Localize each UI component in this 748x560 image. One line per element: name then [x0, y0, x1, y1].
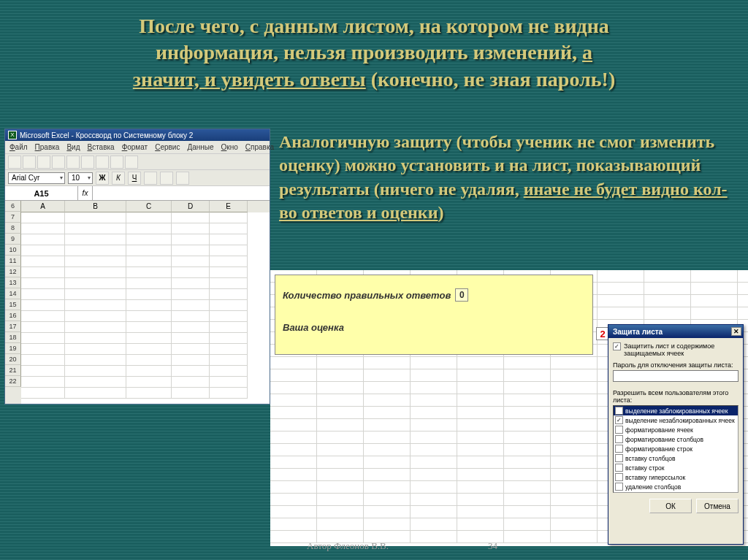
permission-item[interactable]: вставку строк [614, 463, 738, 472]
cell[interactable] [126, 267, 172, 278]
cell[interactable] [126, 278, 172, 289]
underline-btn[interactable]: Ч [128, 172, 141, 185]
tb-paste[interactable] [96, 156, 109, 169]
row-header[interactable]: 10 [5, 245, 21, 256]
cell[interactable] [21, 256, 65, 267]
cancel-button[interactable]: Отмена [696, 499, 739, 513]
cell[interactable] [172, 322, 210, 333]
col-header[interactable]: A [21, 201, 65, 212]
permission-checkbox[interactable] [615, 464, 623, 472]
cell[interactable] [126, 223, 172, 234]
permission-item[interactable]: форматирование строк [614, 444, 738, 453]
cell[interactable] [65, 267, 126, 278]
cell[interactable] [21, 322, 65, 333]
cell[interactable] [65, 366, 126, 377]
row-header[interactable]: 21 [5, 365, 21, 376]
align-left-btn[interactable] [144, 172, 157, 185]
menu-window[interactable]: Окно [221, 143, 238, 151]
permission-checkbox[interactable] [615, 454, 623, 462]
cell[interactable] [126, 377, 172, 388]
row-header[interactable]: 20 [5, 354, 21, 365]
cell[interactable] [172, 366, 210, 377]
menu-help[interactable]: Справка [245, 143, 274, 151]
cell[interactable] [21, 278, 65, 289]
ok-button[interactable]: ОК [649, 499, 692, 513]
row-header[interactable]: 18 [5, 332, 21, 343]
cell[interactable] [172, 245, 210, 256]
formula-bar[interactable] [93, 186, 270, 200]
font-size-select[interactable]: 10 [68, 172, 93, 184]
cell[interactable] [65, 322, 126, 333]
tb-new[interactable] [8, 156, 21, 169]
row-header[interactable]: 17 [5, 321, 21, 332]
permission-checkbox[interactable]: ✓ [615, 407, 623, 415]
menu-view[interactable]: Вид [66, 143, 80, 151]
permission-checkbox[interactable]: ✓ [615, 416, 623, 424]
bold-btn[interactable]: Ж [96, 172, 109, 185]
menu-data[interactable]: Данные [187, 143, 213, 151]
permission-checkbox[interactable] [615, 426, 623, 434]
cell[interactable] [21, 311, 65, 322]
cell[interactable] [210, 388, 248, 399]
tb-save[interactable] [37, 156, 50, 169]
menu-file[interactable]: Файл [9, 143, 28, 151]
row-header[interactable]: 12 [5, 266, 21, 277]
cell[interactable] [65, 333, 126, 344]
cell[interactable] [21, 223, 65, 234]
permission-checkbox[interactable] [615, 483, 623, 491]
cell[interactable] [21, 212, 65, 223]
permission-item[interactable]: ✓выделение незаблокированных ячеек [614, 415, 738, 425]
password-input[interactable] [613, 370, 739, 382]
cell[interactable] [126, 355, 172, 366]
fx-label[interactable]: fx [78, 186, 93, 200]
cell[interactable] [126, 322, 172, 333]
excel-titlebar[interactable]: X Microsoft Excel - Кроссворд по Системн… [5, 129, 270, 141]
cell[interactable] [21, 388, 65, 399]
dialog-titlebar[interactable]: Защита листа ✕ [608, 325, 743, 338]
cell[interactable] [65, 256, 126, 267]
cell[interactable] [65, 388, 126, 399]
cell[interactable] [172, 388, 210, 399]
col-header[interactable]: B [65, 201, 126, 212]
cell[interactable] [21, 355, 65, 366]
cell[interactable] [210, 289, 248, 300]
cell[interactable] [172, 311, 210, 322]
cell[interactable] [126, 289, 172, 300]
cell[interactable] [172, 212, 210, 223]
row-header[interactable]: 11 [5, 256, 21, 266]
cell[interactable] [172, 256, 210, 267]
cell[interactable] [210, 377, 248, 388]
cell[interactable] [210, 223, 248, 234]
excel-menubar[interactable]: Файл Правка Вид Вставка Формат Сервис Да… [5, 141, 270, 154]
permission-checkbox[interactable] [615, 445, 623, 453]
row-header[interactable]: 9 [5, 234, 21, 245]
cell[interactable] [21, 333, 65, 344]
row-header[interactable]: 22 [5, 376, 21, 387]
permission-checkbox[interactable] [615, 473, 623, 481]
cell[interactable] [210, 322, 248, 333]
name-box[interactable]: A15 [5, 186, 78, 200]
cell[interactable] [210, 212, 248, 223]
dialog-close-button[interactable]: ✕ [731, 327, 741, 336]
cell[interactable] [210, 256, 248, 267]
tb-cut[interactable] [66, 156, 80, 169]
col-header[interactable]: E [210, 201, 248, 212]
permission-item[interactable]: форматирование ячеек [614, 425, 738, 434]
cell[interactable] [210, 234, 248, 245]
cell[interactable] [126, 256, 172, 267]
protect-checkbox[interactable]: ✓ [613, 342, 621, 350]
tb-open[interactable] [23, 156, 36, 169]
cell[interactable] [210, 245, 248, 256]
cell[interactable] [172, 278, 210, 289]
menu-format[interactable]: Формат [122, 143, 148, 151]
cell[interactable] [172, 234, 210, 245]
cell[interactable] [126, 234, 172, 245]
cell[interactable] [65, 377, 126, 388]
row-header[interactable]: 6 [5, 201, 21, 212]
permission-item[interactable]: вставку гиперссылок [614, 472, 738, 482]
tb-copy[interactable] [81, 156, 94, 169]
align-center-btn[interactable] [160, 172, 173, 185]
permission-checkbox[interactable] [615, 435, 623, 443]
cell[interactable] [21, 300, 65, 311]
cell[interactable] [126, 333, 172, 344]
